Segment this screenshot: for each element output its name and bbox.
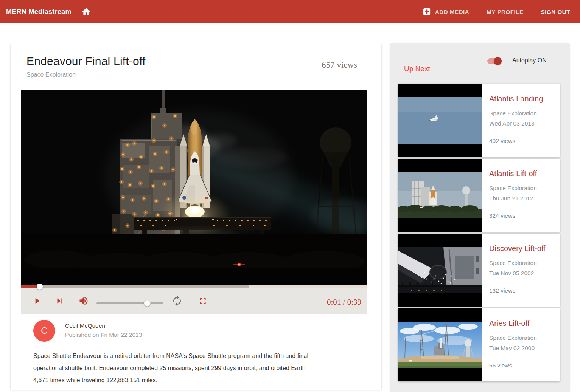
autoplay-label: Autoplay ON bbox=[512, 57, 547, 64]
avatar: C bbox=[33, 320, 55, 342]
thumbnail-atlantis-landing[interactable] bbox=[398, 84, 482, 157]
seek-handle[interactable] bbox=[37, 284, 43, 290]
sign-out-button[interactable]: SIGN OUT bbox=[541, 9, 570, 15]
up-next-title[interactable]: Discovery Lift-off bbox=[489, 244, 546, 253]
autoplay-toggle-knob[interactable] bbox=[494, 57, 502, 65]
video-description: Space Shuttle Endeavour is a retired orb… bbox=[33, 350, 370, 386]
up-next-date: Tue May 02 2000 bbox=[489, 343, 537, 353]
seek-buffered bbox=[21, 285, 249, 288]
up-next-item[interactable]: Discovery Lift-off Space Exploration Tue… bbox=[398, 234, 560, 307]
up-next-views: 324 views bbox=[489, 212, 537, 219]
skip-next-icon bbox=[55, 296, 65, 306]
video-detail-card: Endeavour Final Lift-off Space Explorati… bbox=[11, 43, 381, 390]
app-title: MERN Mediastream bbox=[6, 8, 72, 16]
volume-up-icon bbox=[78, 296, 89, 306]
video-player[interactable] bbox=[21, 90, 367, 285]
seek-bar[interactable] bbox=[21, 285, 367, 288]
up-next-item[interactable]: Aries Lift-off Space Exploration Tue May… bbox=[398, 308, 560, 381]
divider bbox=[11, 344, 381, 344]
add-media-label: ADD MEDIA bbox=[435, 9, 469, 15]
up-next-views: 132 views bbox=[489, 287, 546, 294]
video-frame bbox=[21, 90, 367, 285]
header-nav: ADD MEDIA MY PROFILE SIGN OUT bbox=[423, 8, 570, 16]
add-media-button[interactable]: ADD MEDIA bbox=[423, 8, 469, 16]
video-views: 657 views bbox=[322, 60, 357, 70]
up-next-date: Thu Jun 21 2012 bbox=[489, 193, 537, 203]
up-next-views: 402 views bbox=[489, 138, 543, 144]
volume-handle[interactable] bbox=[144, 300, 151, 307]
up-next-views: 66 views bbox=[489, 362, 537, 369]
next-button[interactable] bbox=[55, 296, 65, 306]
thumbnail-aries-liftoff[interactable] bbox=[398, 308, 482, 381]
loop-icon bbox=[171, 295, 183, 307]
volume-slider[interactable] bbox=[96, 302, 163, 304]
mediastream-app: MERN Mediastream ADD MEDIA MY PROFILE SI… bbox=[0, 0, 580, 392]
up-next-panel: Autoplay ON Up Next bbox=[390, 43, 569, 392]
up-next-heading: Up Next bbox=[404, 65, 430, 73]
up-next-date: Wed Apr 03 2013 bbox=[489, 118, 543, 129]
autoplay-toggle[interactable] bbox=[487, 58, 502, 64]
video-genre: Space Exploration bbox=[26, 71, 76, 78]
up-next-list: Atlantis Landing Space Exploration Wed A… bbox=[398, 84, 560, 383]
thumbnail-discovery-liftoff[interactable] bbox=[398, 234, 482, 307]
time-display: 0:01 / 0:39 bbox=[327, 297, 361, 307]
up-next-item[interactable]: Atlantis Lift-off Space Exploration Thu … bbox=[398, 159, 560, 232]
up-next-item[interactable]: Atlantis Landing Space Exploration Wed A… bbox=[398, 84, 560, 157]
up-next-date: Tue Nov 05 2002 bbox=[489, 268, 546, 278]
up-next-title[interactable]: Atlantis Landing bbox=[489, 95, 543, 103]
home-button[interactable] bbox=[81, 7, 91, 17]
author-name: Cecil McQueen bbox=[65, 322, 105, 329]
player-controls: 0:01 / 0:39 bbox=[21, 285, 367, 314]
up-next-genre: Space Exploration bbox=[489, 258, 546, 268]
video-title: Endeavour Final Lift-off bbox=[26, 55, 145, 68]
my-profile-button[interactable]: MY PROFILE bbox=[487, 9, 523, 15]
app-header: MERN Mediastream ADD MEDIA MY PROFILE SI… bbox=[0, 0, 580, 23]
up-next-genre: Space Exploration bbox=[489, 333, 537, 343]
published-date: Published on Fri Mar 22 2013 bbox=[65, 332, 142, 338]
up-next-title[interactable]: Atlantis Lift-off bbox=[489, 169, 537, 178]
up-next-genre: Space Exploration bbox=[489, 183, 537, 193]
up-next-genre: Space Exploration bbox=[489, 108, 543, 118]
play-icon bbox=[32, 296, 42, 306]
up-next-title[interactable]: Aries Lift-off bbox=[489, 319, 537, 328]
play-button[interactable] bbox=[32, 296, 42, 306]
add-icon bbox=[423, 8, 431, 16]
thumbnail-atlantis-liftoff[interactable] bbox=[398, 159, 482, 232]
fullscreen-button[interactable] bbox=[198, 296, 208, 306]
loop-button[interactable] bbox=[171, 295, 183, 307]
volume-button[interactable] bbox=[78, 296, 89, 306]
fullscreen-icon bbox=[198, 296, 208, 306]
home-icon bbox=[81, 7, 91, 17]
